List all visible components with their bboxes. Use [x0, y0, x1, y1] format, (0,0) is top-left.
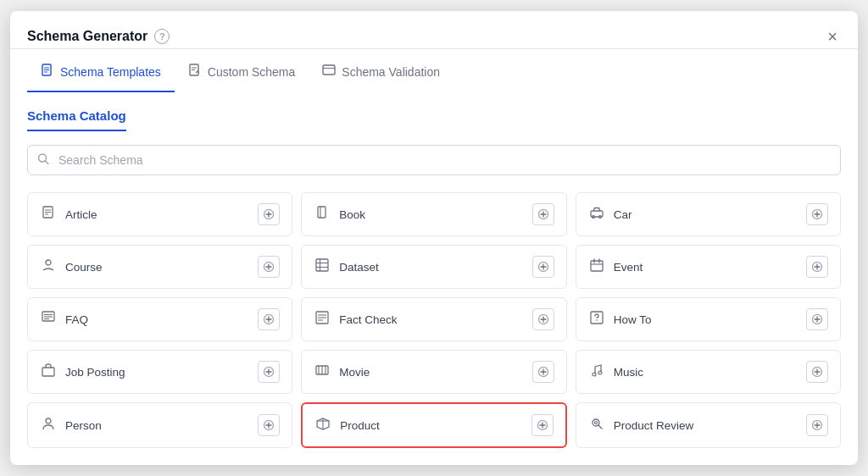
person-icon — [40, 417, 57, 434]
schema-templates-icon — [41, 64, 54, 80]
add-event-button[interactable] — [806, 256, 828, 278]
search-icon — [37, 153, 49, 168]
tab-bar: Schema Templates Custom Schema Schema — [10, 53, 858, 91]
schema-item-left: Car — [588, 206, 632, 223]
dataset-icon — [314, 258, 331, 275]
schema-item-label: Article — [65, 208, 97, 221]
job-posting-icon — [40, 363, 57, 380]
book-icon — [314, 206, 331, 223]
schema-item-music[interactable]: Music — [576, 350, 841, 394]
schema-item-left: How To — [588, 311, 652, 328]
svg-point-82 — [46, 418, 51, 423]
svg-rect-40 — [591, 261, 603, 271]
schema-item-left: Article — [40, 206, 97, 223]
car-icon — [588, 206, 605, 223]
schema-item-label: Product — [340, 419, 380, 432]
schema-item-movie[interactable]: Movie — [301, 350, 566, 394]
how-to-icon — [588, 311, 605, 328]
schema-item-course[interactable]: Course — [27, 245, 292, 289]
schema-item-faq[interactable]: FAQ — [27, 297, 292, 341]
tab-custom-schema[interactable]: Custom Schema — [175, 53, 309, 92]
faq-icon — [40, 311, 57, 328]
add-product-review-button[interactable] — [806, 414, 828, 436]
add-car-button[interactable] — [806, 203, 828, 225]
schema-generator-modal: Schema Generator ? × Schema Templates — [10, 11, 858, 465]
schema-item-left: Course — [40, 258, 103, 275]
help-icon[interactable]: ? — [154, 29, 170, 44]
add-faq-button[interactable] — [258, 308, 280, 330]
schema-item-left: Job Posting — [40, 363, 125, 380]
schema-item-how-to[interactable]: How To — [576, 297, 841, 341]
add-book-button[interactable] — [532, 203, 554, 225]
custom-schema-icon — [188, 64, 202, 80]
product-icon — [314, 417, 331, 434]
close-button[interactable]: × — [824, 25, 841, 48]
schema-item-label: How To — [614, 313, 652, 326]
schema-item-left: Book — [314, 206, 365, 223]
svg-point-92 — [594, 422, 597, 424]
tab-schema-templates[interactable]: Schema Templates — [27, 53, 175, 92]
schema-item-left: Event — [588, 258, 643, 275]
schema-item-left: Person — [40, 417, 102, 434]
add-article-button[interactable] — [258, 203, 280, 225]
svg-line-93 — [598, 425, 602, 429]
tab-schema-validation[interactable]: Schema Validation — [309, 53, 453, 92]
schema-item-label: Fact Check — [339, 313, 397, 326]
schema-item-label: Dataset — [339, 261, 379, 274]
add-course-button[interactable] — [258, 256, 280, 278]
svg-point-78 — [598, 371, 602, 374]
svg-rect-66 — [42, 368, 54, 376]
event-icon — [588, 258, 605, 275]
article-icon — [40, 206, 57, 223]
add-dataset-button[interactable] — [532, 256, 554, 278]
schema-item-person[interactable]: Person — [27, 402, 292, 448]
schema-item-left: FAQ — [40, 311, 88, 328]
schema-item-dataset[interactable]: Dataset — [301, 245, 566, 289]
schema-item-label: Person — [65, 419, 102, 432]
modal-title-area: Schema Generator ? — [27, 29, 170, 44]
modal-header: Schema Generator ? × — [10, 11, 858, 49]
schema-item-car[interactable]: Car — [576, 192, 841, 236]
modal-body: Schema Catalog Article — [10, 91, 858, 465]
schema-item-article[interactable]: Article — [27, 192, 292, 236]
schema-item-left: Movie — [314, 363, 370, 380]
schema-item-book[interactable]: Book — [301, 192, 566, 236]
svg-point-62 — [596, 319, 598, 321]
add-movie-button[interactable] — [532, 361, 554, 383]
schema-item-event[interactable]: Event — [576, 245, 841, 289]
schema-item-left: Dataset — [314, 258, 379, 275]
add-job-posting-button[interactable] — [258, 361, 280, 383]
schema-item-product-review[interactable]: Product Review — [576, 402, 841, 448]
schema-validation-icon — [322, 64, 336, 80]
add-product-button[interactable] — [531, 414, 554, 436]
schema-item-left: Product Review — [588, 417, 694, 434]
schema-item-label: FAQ — [65, 313, 88, 326]
schema-item-label: Event — [614, 261, 643, 274]
modal-title: Schema Generator — [27, 29, 147, 44]
schema-item-product[interactable]: Product — [301, 402, 566, 448]
schema-item-left: Music — [588, 363, 643, 380]
add-fact-check-button[interactable] — [532, 308, 554, 330]
section-title: Schema Catalog — [27, 108, 126, 131]
search-input[interactable] — [27, 145, 841, 175]
svg-rect-33 — [316, 259, 328, 271]
svg-rect-7 — [323, 65, 335, 75]
schema-item-label: Movie — [339, 366, 370, 379]
schema-item-left: Product — [314, 417, 380, 434]
svg-rect-18 — [318, 207, 326, 218]
schema-grid: Article Book Car — [27, 192, 841, 448]
schema-item-label: Job Posting — [65, 366, 125, 379]
add-how-to-button[interactable] — [806, 308, 828, 330]
add-person-button[interactable] — [258, 414, 280, 436]
schema-item-label: Product Review — [614, 419, 694, 432]
product-review-icon — [588, 417, 605, 434]
tab-schema-validation-label: Schema Validation — [342, 65, 440, 79]
schema-item-fact-check[interactable]: Fact Check — [301, 297, 566, 341]
add-music-button[interactable] — [806, 361, 828, 383]
schema-item-label: Music — [614, 366, 643, 379]
svg-point-29 — [46, 260, 51, 265]
schema-item-left: Fact Check — [314, 311, 397, 328]
fact-check-icon — [314, 311, 331, 328]
tab-custom-schema-label: Custom Schema — [208, 65, 295, 79]
schema-item-job-posting[interactable]: Job Posting — [27, 350, 292, 394]
